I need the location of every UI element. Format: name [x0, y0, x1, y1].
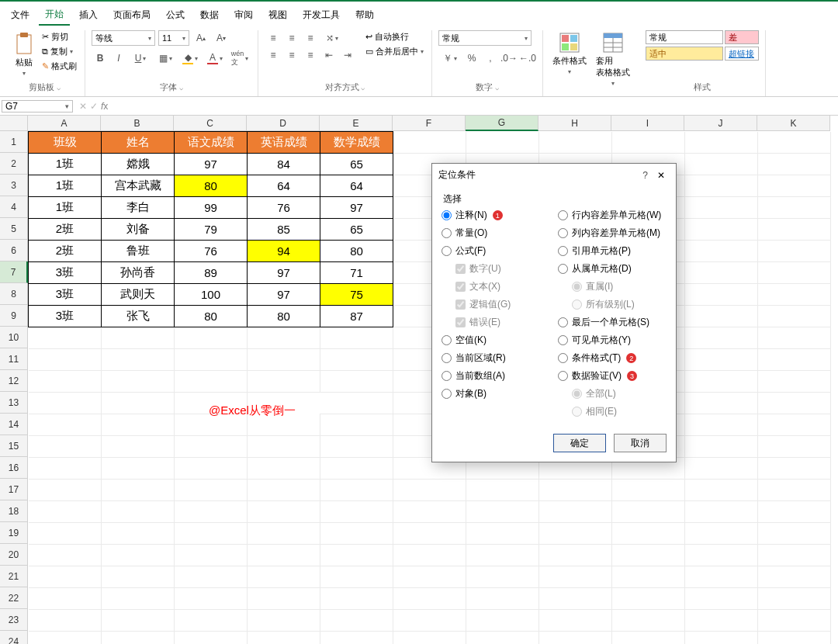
comma-button[interactable]: ,: [482, 50, 499, 66]
worksheet[interactable]: ABCDEFGHIJK 1234567891011121314151617181…: [0, 116, 838, 635]
cell-K18[interactable]: [758, 501, 831, 523]
cell-K15[interactable]: [758, 436, 831, 458]
cell-D1[interactable]: 英语成绩: [248, 132, 320, 154]
cell-F1[interactable]: [393, 132, 466, 154]
cell-C19[interactable]: [175, 523, 248, 545]
dialog-help-icon[interactable]: ?: [638, 170, 653, 181]
cell-D24[interactable]: [248, 632, 320, 645]
cell-J24[interactable]: [685, 632, 758, 645]
cell-D9[interactable]: 80: [248, 306, 320, 327]
cell-E23[interactable]: [320, 610, 393, 632]
cell-A21[interactable]: [29, 566, 102, 588]
cell-H22[interactable]: [539, 588, 612, 610]
row-header-3[interactable]: 3: [0, 175, 28, 196]
cell-J23[interactable]: [685, 610, 758, 632]
merge-center-button[interactable]: ▭合并后居中 ▾: [364, 45, 425, 58]
row-header-6[interactable]: 6: [0, 240, 28, 261]
cell-D10[interactable]: [248, 327, 320, 349]
cell-E11[interactable]: [320, 349, 393, 371]
cell-K1[interactable]: [758, 132, 831, 154]
cell-C10[interactable]: [175, 327, 248, 349]
cell-E5[interactable]: 65: [320, 219, 393, 241]
underline-button[interactable]: U: [129, 50, 152, 66]
row-header-5[interactable]: 5: [0, 218, 28, 240]
copy-button[interactable]: ⧉复制 ▾: [40, 45, 78, 58]
cell-E13[interactable]: [320, 393, 393, 414]
menu-developer[interactable]: 开发工具: [296, 5, 346, 25]
opt-notes[interactable]: 注释(N)1: [442, 209, 550, 222]
menu-home[interactable]: 开始: [39, 5, 70, 26]
opt-row-diff[interactable]: 行内容差异单元格(W): [558, 209, 667, 222]
col-header-I[interactable]: I: [611, 116, 684, 131]
cell-I23[interactable]: [612, 610, 685, 632]
align-bottom-icon[interactable]: ≡: [302, 30, 319, 46]
opt-visible-cells[interactable]: 可见单元格(Y): [558, 334, 667, 347]
cell-D8[interactable]: 97: [248, 284, 320, 306]
cell-D4[interactable]: 76: [248, 197, 320, 219]
cell-D2[interactable]: 84: [248, 154, 320, 175]
row-header-10[interactable]: 10: [0, 327, 28, 348]
cell-J22[interactable]: [685, 588, 758, 610]
cell-J19[interactable]: [685, 523, 758, 545]
paste-button[interactable]: 粘贴 ▾: [11, 30, 37, 78]
cell-B11[interactable]: [102, 349, 175, 371]
cell-C21[interactable]: [175, 566, 248, 588]
cell-A13[interactable]: [29, 393, 102, 414]
cell-E12[interactable]: [320, 371, 393, 393]
borders-button[interactable]: ▦: [154, 50, 177, 66]
cell-B24[interactable]: [102, 632, 175, 645]
cell-E19[interactable]: [320, 523, 393, 545]
cell-J17[interactable]: [685, 480, 758, 501]
opt-current-array[interactable]: 当前数组(A): [442, 369, 550, 383]
cell-C12[interactable]: [175, 371, 248, 393]
cell-J10[interactable]: [685, 327, 758, 349]
align-top-icon[interactable]: ≡: [265, 30, 282, 46]
phonetic-button[interactable]: wén文: [228, 50, 251, 66]
decrease-decimal-button[interactable]: ←.0: [519, 50, 536, 66]
cell-C17[interactable]: [175, 480, 248, 501]
cell-H18[interactable]: [539, 501, 612, 523]
cell-C20[interactable]: [175, 545, 248, 566]
row-header-23[interactable]: 23: [0, 609, 28, 631]
cell-G19[interactable]: [466, 523, 539, 545]
cell-D7[interactable]: 97: [248, 262, 320, 284]
cell-I19[interactable]: [612, 523, 685, 545]
cell-J2[interactable]: [685, 154, 758, 175]
cell-E24[interactable]: [320, 632, 393, 645]
cell-C2[interactable]: 97: [175, 154, 248, 175]
cell-B15[interactable]: [102, 436, 175, 458]
cell-E18[interactable]: [320, 501, 393, 523]
row-header-9[interactable]: 9: [0, 305, 28, 327]
currency-button[interactable]: ￥: [438, 50, 462, 66]
cell-J16[interactable]: [685, 458, 758, 480]
fx-icon[interactable]: fx: [101, 101, 108, 112]
cell-E16[interactable]: [320, 458, 393, 480]
cell-I24[interactable]: [612, 632, 685, 645]
cell-A5[interactable]: 2班: [29, 219, 102, 241]
opt-last-cell[interactable]: 最后一个单元格(S): [558, 316, 667, 329]
wrap-text-button[interactable]: ↩自动换行: [364, 30, 425, 43]
cell-D16[interactable]: [248, 458, 320, 480]
cell-F20[interactable]: [393, 545, 466, 566]
format-as-table-button[interactable]: 套用 表格格式▾: [593, 30, 633, 88]
cell-A9[interactable]: 3班: [29, 306, 102, 327]
cell-C7[interactable]: 89: [175, 262, 248, 284]
cell-I17[interactable]: [612, 480, 685, 501]
col-header-F[interactable]: F: [393, 116, 466, 131]
cell-D22[interactable]: [248, 588, 320, 610]
cell-A17[interactable]: [29, 480, 102, 501]
cell-C11[interactable]: [175, 349, 248, 371]
cell-H21[interactable]: [539, 566, 612, 588]
cell-E21[interactable]: [320, 566, 393, 588]
cell-B22[interactable]: [102, 588, 175, 610]
cell-E10[interactable]: [320, 327, 393, 349]
cell-C16[interactable]: [175, 458, 248, 480]
col-header-C[interactable]: C: [174, 116, 247, 131]
cell-B3[interactable]: 宫本武藏: [102, 175, 175, 197]
cell-A3[interactable]: 1班: [29, 175, 102, 197]
cell-K2[interactable]: [758, 154, 831, 175]
cell-A22[interactable]: [29, 588, 102, 610]
opt-current-region[interactable]: 当前区域(R): [442, 351, 550, 365]
row-header-15[interactable]: 15: [0, 435, 28, 457]
opt-cond-format[interactable]: 条件格式(T)2: [558, 351, 667, 365]
